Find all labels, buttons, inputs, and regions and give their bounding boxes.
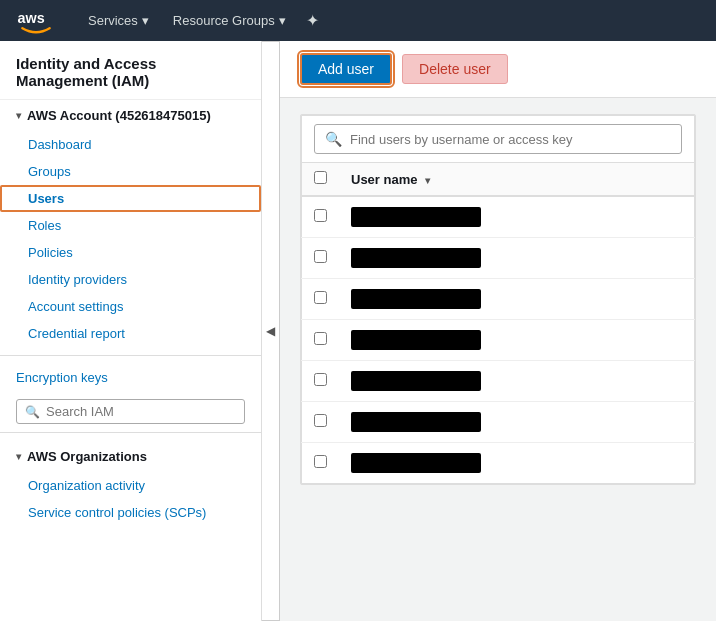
table-row <box>302 361 695 402</box>
services-nav-item[interactable]: Services ▾ <box>76 0 161 41</box>
main-header: Add user Delete user <box>280 41 716 98</box>
redacted-cell <box>339 443 695 484</box>
resource-groups-label: Resource Groups <box>173 13 275 28</box>
sidebar-item-users[interactable]: Users <box>0 185 261 212</box>
row-checkbox[interactable] <box>314 332 327 345</box>
search-icon: 🔍 <box>325 131 342 147</box>
sidebar-search-box[interactable]: 🔍 <box>16 399 245 424</box>
table-search-row: 🔍 <box>301 115 695 162</box>
delete-user-button[interactable]: Delete user <box>402 54 508 84</box>
row-checkbox-cell[interactable] <box>302 320 340 361</box>
redacted-cell <box>339 279 695 320</box>
resource-groups-chevron-icon: ▾ <box>279 13 286 28</box>
select-all-checkbox[interactable] <box>314 171 327 184</box>
sidebar-item-account-settings[interactable]: Account settings <box>0 293 261 320</box>
svg-text:aws: aws <box>18 10 45 26</box>
user-search-input[interactable] <box>350 132 671 147</box>
sidebar-collapse-button[interactable]: ◀ <box>262 41 280 621</box>
redacted-cell <box>339 320 695 361</box>
row-checkbox-cell[interactable] <box>302 196 340 238</box>
table-row <box>302 443 695 484</box>
add-user-button[interactable]: Add user <box>300 53 392 85</box>
sidebar-divider-2 <box>0 432 261 433</box>
select-all-checkbox-header[interactable] <box>302 163 340 197</box>
sort-arrow-icon: ▾ <box>425 175 430 186</box>
aws-logo[interactable]: aws <box>16 5 56 37</box>
account-arrow-icon: ▾ <box>16 110 21 121</box>
row-checkbox-cell[interactable] <box>302 402 340 443</box>
main-content: Add user Delete user 🔍 <box>280 41 716 621</box>
sidebar-item-credential-report[interactable]: Credential report <box>0 320 261 347</box>
sidebar-item-identity-providers[interactable]: Identity providers <box>0 266 261 293</box>
sidebar-title: Identity and Access Management (IAM) <box>0 41 261 100</box>
row-checkbox[interactable] <box>314 455 327 468</box>
sidebar-item-policies[interactable]: Policies <box>0 239 261 266</box>
table-row <box>302 320 695 361</box>
sidebar-item-dashboard[interactable]: Dashboard <box>0 131 261 158</box>
account-section-label: AWS Account (452618475015) <box>27 108 211 123</box>
table-row <box>302 279 695 320</box>
table-row <box>302 196 695 238</box>
row-checkbox-cell[interactable] <box>302 238 340 279</box>
top-navigation: aws Services ▾ Resource Groups ▾ ✦ <box>0 0 716 41</box>
redacted-cell <box>339 361 695 402</box>
row-checkbox[interactable] <box>314 209 327 222</box>
search-iam-input[interactable] <box>46 404 236 419</box>
users-table-container: 🔍 User name ▾ <box>280 98 716 501</box>
table-wrapper: 🔍 User name ▾ <box>300 114 696 485</box>
resource-groups-nav-item[interactable]: Resource Groups ▾ <box>161 0 298 41</box>
orgs-section-header[interactable]: ▾ AWS Organizations <box>0 441 261 472</box>
account-section-header[interactable]: ▾ AWS Account (452618475015) <box>0 100 261 131</box>
redacted-cell <box>339 196 695 238</box>
username-column-label: User name <box>351 172 417 187</box>
row-checkbox-cell[interactable] <box>302 443 340 484</box>
sidebar-item-scp[interactable]: Service control policies (SCPs) <box>0 499 261 526</box>
sidebar-item-org-activity[interactable]: Organization activity <box>0 472 261 499</box>
orgs-arrow-icon: ▾ <box>16 451 21 462</box>
user-search-box[interactable]: 🔍 <box>314 124 682 154</box>
services-label: Services <box>88 13 138 28</box>
table-header-row: User name ▾ <box>302 163 695 197</box>
pin-icon[interactable]: ✦ <box>298 11 327 30</box>
sidebar-item-groups[interactable]: Groups <box>0 158 261 185</box>
sidebar-item-roles[interactable]: Roles <box>0 212 261 239</box>
users-table: User name ▾ <box>301 162 695 484</box>
row-checkbox[interactable] <box>314 250 327 263</box>
services-chevron-icon: ▾ <box>142 13 149 28</box>
app-container: Identity and Access Management (IAM) ▾ A… <box>0 41 716 621</box>
sidebar-item-encryption-keys[interactable]: Encryption keys <box>0 364 261 391</box>
sidebar-divider-1 <box>0 355 261 356</box>
sidebar: Identity and Access Management (IAM) ▾ A… <box>0 41 262 621</box>
row-checkbox[interactable] <box>314 373 327 386</box>
row-checkbox-cell[interactable] <box>302 279 340 320</box>
redacted-cell <box>339 238 695 279</box>
users-table-body <box>302 196 695 484</box>
row-checkbox[interactable] <box>314 291 327 304</box>
username-column-header[interactable]: User name ▾ <box>339 163 695 197</box>
search-icon: 🔍 <box>25 405 40 419</box>
redacted-cell <box>339 402 695 443</box>
row-checkbox[interactable] <box>314 414 327 427</box>
row-checkbox-cell[interactable] <box>302 361 340 402</box>
orgs-section-label: AWS Organizations <box>27 449 147 464</box>
table-row <box>302 402 695 443</box>
table-row <box>302 238 695 279</box>
